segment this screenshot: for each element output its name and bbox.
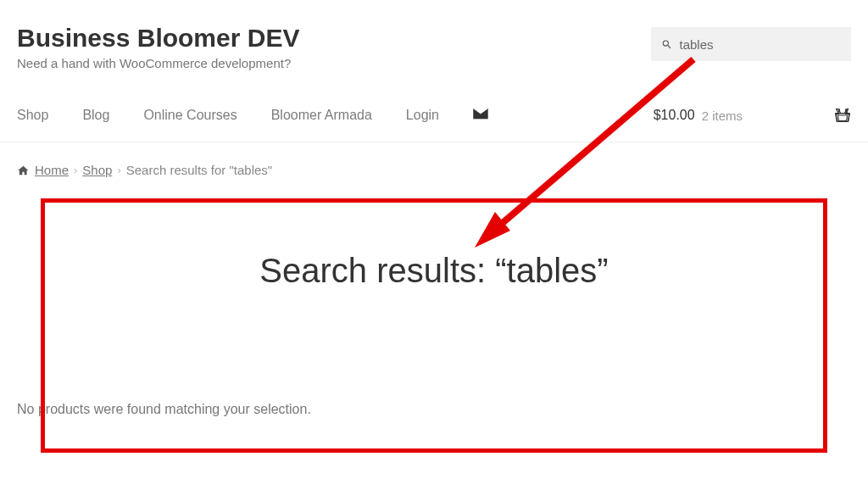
breadcrumb-home[interactable]: Home xyxy=(35,163,69,177)
search-input[interactable] xyxy=(679,37,841,52)
breadcrumb-separator: › xyxy=(74,164,77,176)
home-icon[interactable] xyxy=(17,164,30,176)
nav-bar: Shop Blog Online Courses Bloomer Armada … xyxy=(0,70,868,142)
site-tagline: Need a hand with WooCommerce development… xyxy=(17,56,651,70)
search-icon xyxy=(661,38,672,51)
svg-marker-1 xyxy=(475,212,510,248)
cart-items-count: 2 items xyxy=(702,109,743,123)
cart-area[interactable]: $10.00 2 items xyxy=(654,108,851,123)
basket-icon[interactable] xyxy=(834,108,851,123)
nav-shop[interactable]: Shop xyxy=(17,108,48,123)
nav-contact[interactable] xyxy=(473,108,488,123)
breadcrumb-shop[interactable]: Shop xyxy=(82,163,112,177)
cart-price: $10.00 xyxy=(654,108,695,123)
site-title[interactable]: Business Bloomer DEV xyxy=(17,24,651,53)
nav-blog[interactable]: Blog xyxy=(82,108,109,123)
nav-login[interactable]: Login xyxy=(406,108,439,123)
envelope-icon xyxy=(473,108,488,120)
no-results-message: No products were found matching your sel… xyxy=(0,402,868,417)
nav-online-courses[interactable]: Online Courses xyxy=(143,108,236,123)
nav-links: Shop Blog Online Courses Bloomer Armada … xyxy=(17,108,488,123)
breadcrumb: Home › Shop › Search results for "tables… xyxy=(0,142,868,194)
breadcrumb-current: Search results for "tables" xyxy=(126,163,272,177)
breadcrumb-separator: › xyxy=(117,164,120,176)
search-box[interactable] xyxy=(651,27,851,61)
nav-bloomer-armada[interactable]: Bloomer Armada xyxy=(271,108,372,123)
header-branding: Business Bloomer DEV Need a hand with Wo… xyxy=(17,24,651,70)
site-header: Business Bloomer DEV Need a hand with Wo… xyxy=(0,0,868,70)
page-title: Search results: “tables” xyxy=(0,252,868,290)
